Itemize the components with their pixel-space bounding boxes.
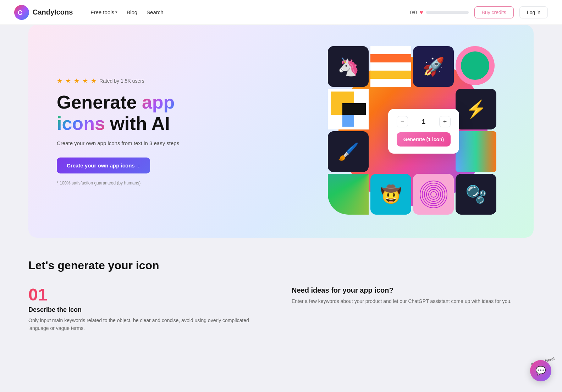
title-app: app (142, 92, 175, 112)
qty-minus-button[interactable]: − (397, 116, 408, 127)
icon-cell-stripes-v (456, 131, 496, 172)
check-sq (342, 103, 354, 115)
login-button[interactable]: Log in (519, 6, 548, 18)
star-3: ★ (74, 77, 79, 85)
logo-label: CandyIcons (33, 8, 73, 16)
cta-button[interactable]: Create your own app icons ↓ (57, 158, 150, 173)
hero-subtitle: Create your own app icons from text in 3… (57, 140, 234, 146)
hero-title: Generate app icons with AI (57, 92, 234, 134)
icon-cell-rainbow-arc (328, 174, 369, 215)
step-idea-title: Need ideas for your app icon? (292, 286, 534, 294)
check-sq (331, 115, 342, 127)
icon-cell-pink-circle (456, 46, 495, 85)
icon-grid: 🦄 🚀 (328, 46, 505, 216)
credits-count: 0/0 (410, 10, 417, 15)
hero-section: ★ ★ ★ ★ ★ Rated by 1.5K users Generate a… (28, 25, 534, 238)
svg-point-4 (424, 185, 443, 204)
star-1: ★ (57, 77, 62, 85)
svg-point-3 (422, 183, 445, 206)
logo-icon: C (14, 5, 29, 20)
generate-widget-cell: − 1 + Generate (1 icon) (370, 89, 454, 172)
svg-text:C: C (18, 9, 22, 16)
mosaic-container: 🦄 🚀 (328, 46, 505, 216)
qty-value: 1 (422, 118, 425, 126)
step-idea-desc: Enter a few keywords about your product … (292, 297, 534, 305)
checkered-grid (331, 92, 366, 127)
check-sq (354, 115, 366, 127)
check-sq (331, 92, 342, 103)
icon-cell-stripes (370, 46, 411, 87)
qty-row: − 1 + (397, 116, 451, 127)
green-dot (461, 51, 489, 80)
title-icons: icons (57, 113, 105, 134)
nav-right: 0/0 ♥ Buy credits Log in (410, 6, 548, 18)
check-sq (331, 103, 342, 115)
nav-links: Free tools ▾ Blog Search (87, 7, 167, 17)
star-4: ★ (82, 77, 88, 85)
buy-credits-button[interactable]: Buy credits (474, 6, 514, 18)
step-1: 01 Describe the icon Only input main key… (28, 286, 270, 332)
check-sq (342, 92, 354, 103)
steps-row: 01 Describe the icon Only input main key… (28, 286, 534, 332)
icon-cell-checkered (328, 89, 369, 129)
icon-cell-goblin: 🤠 (370, 174, 411, 215)
hero-right: 🦄 🚀 (234, 46, 505, 216)
nav-search[interactable]: Search (143, 7, 167, 17)
icon-cell-rocket: 🚀 (413, 46, 454, 87)
chevron-down-icon: ▾ (115, 10, 117, 15)
nav-free-tools[interactable]: Free tools ▾ (87, 7, 121, 17)
qty-plus-button[interactable]: + (439, 116, 451, 127)
star-2: ★ (65, 77, 71, 85)
cta-arrow-icon: ↓ (138, 162, 140, 169)
icon-cell-blob: 🫧 (456, 174, 496, 215)
step-1-num: 01 (28, 286, 270, 303)
icon-cell-unicorn: 🦄 (328, 46, 369, 87)
navbar: C CandyIcons Free tools ▾ Blog Search 0/… (0, 0, 562, 25)
stars-row: ★ ★ ★ ★ ★ Rated by 1.5K users (57, 77, 234, 85)
step-1-desc: Only input main keywords related to the … (28, 316, 270, 332)
svg-point-7 (431, 192, 436, 197)
generate-widget: − 1 + Generate (1 icon) (388, 109, 459, 154)
section-title: Let's generate your icon (28, 259, 534, 272)
title-suffix: with AI (105, 113, 170, 134)
cta-label: Create your own app icons (67, 162, 135, 169)
check-sq (354, 103, 366, 115)
below-hero: Let's generate your icon 01 Describe the… (0, 238, 562, 347)
icon-cell-vinyl (413, 174, 454, 215)
rated-text: Rated by 1.5K users (99, 78, 144, 84)
star-5: ★ (91, 77, 97, 85)
icon-cell-paintbrush: 🖌️ (328, 131, 369, 172)
credits-info: 0/0 ♥ (410, 9, 469, 16)
hero-left: ★ ★ ★ ★ ★ Rated by 1.5K users Generate a… (57, 77, 234, 186)
guarantee-text: * 100% satisfaction guaranteed (by human… (57, 181, 234, 186)
vinyl-svg (419, 180, 448, 209)
generate-button[interactable]: Generate (1 icon) (397, 132, 451, 147)
credits-bar (426, 11, 469, 14)
title-prefix: Generate (57, 92, 142, 112)
icon-cell-thunder: ⚡ (456, 89, 496, 129)
check-sq (342, 115, 354, 127)
check-sq (354, 92, 366, 103)
step-idea: Need ideas for your app icon? Enter a fe… (292, 286, 534, 332)
nav-blog[interactable]: Blog (123, 7, 141, 17)
heart-icon: ♥ (420, 9, 423, 16)
logo[interactable]: C CandyIcons (14, 5, 73, 20)
step-1-title: Describe the icon (28, 306, 270, 314)
svg-point-6 (429, 189, 439, 199)
